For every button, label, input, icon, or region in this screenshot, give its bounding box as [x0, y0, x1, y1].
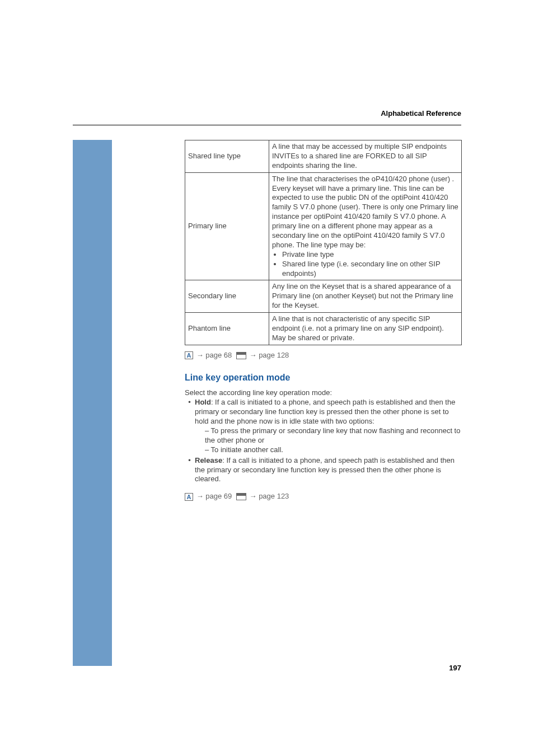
page-number: 197	[449, 664, 461, 672]
page-ref[interactable]: page 128	[259, 351, 289, 359]
term-cell: Phantom line	[185, 313, 269, 345]
sub-list-item: To press the primary or secondary line k…	[205, 426, 462, 445]
release-text: : If a call is initiated to a phone, and…	[195, 456, 455, 483]
header-divider	[73, 125, 461, 125]
sub-list-item: To initiate another call.	[205, 445, 462, 455]
table-row: Shared line type A line that may be acce…	[185, 140, 462, 173]
body-text: Select the according line key operation …	[185, 388, 462, 484]
reference-line-1: A → page 68 → page 128	[185, 351, 462, 360]
page-ref[interactable]: page 123	[259, 492, 289, 500]
a-icon: A	[185, 351, 193, 359]
release-label: Release	[195, 456, 222, 464]
web-icon	[236, 352, 246, 359]
definition-cell: The line that characterises the oP410/42…	[269, 172, 462, 280]
definition-table: Shared line type A line that may be acce…	[185, 140, 462, 345]
arrow-icon: →	[250, 351, 257, 359]
header-title: Alphabetical Reference	[381, 109, 461, 118]
page-ref[interactable]: page 69	[205, 492, 232, 500]
arrow-icon: →	[196, 492, 204, 500]
a-icon: A	[185, 493, 193, 501]
table-row: Primary line The line that characterises…	[185, 172, 462, 280]
main-content: Shared line type A line that may be acce…	[185, 140, 462, 501]
reference-line-2: A → page 69 → page 123	[185, 492, 462, 501]
term-cell: Primary line	[185, 172, 269, 280]
section-heading: Line key operation mode	[185, 373, 462, 383]
arrow-icon: →	[250, 492, 257, 500]
term-cell: Secondary line	[185, 280, 269, 313]
web-icon	[236, 493, 246, 500]
term-cell: Shared line type	[185, 140, 269, 173]
list-item: Hold: If a call is initiated to a phone,…	[195, 398, 462, 454]
page-ref[interactable]: page 68	[205, 351, 232, 359]
table-row: Secondary line Any line on the Keyset th…	[185, 280, 462, 313]
definition-cell: Any line on the Keyset that is a shared …	[269, 280, 462, 313]
hold-label: Hold	[195, 398, 211, 406]
definition-cell: A line that may be accessed by multiple …	[269, 140, 462, 173]
arrow-icon: →	[196, 351, 204, 359]
definition-cell: A line that is not characteristic of any…	[269, 313, 462, 345]
sidebar-bar	[73, 140, 112, 666]
table-row: Phantom line A line that is not characte…	[185, 313, 462, 345]
intro-text: Select the according line key operation …	[185, 388, 462, 398]
list-item: Release: If a call is initiated to a pho…	[195, 456, 462, 485]
hold-text: : If a call is initiated to a phone, and…	[195, 398, 455, 425]
